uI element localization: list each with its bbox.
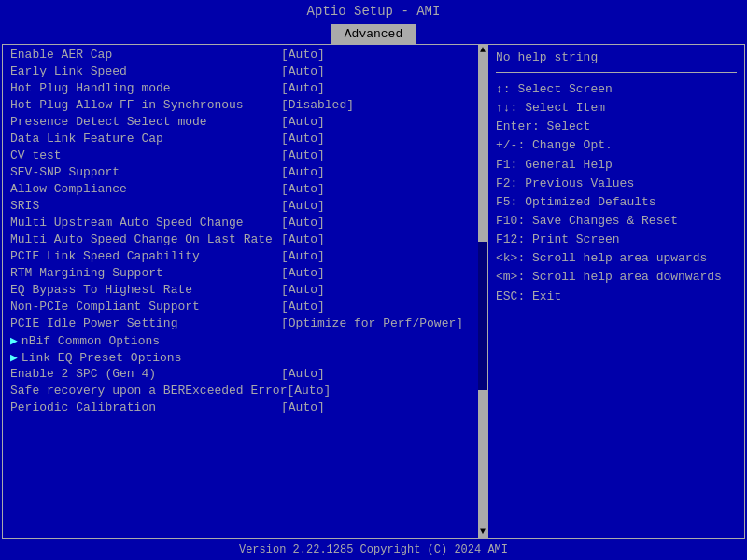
menu-label: Hot Plug Allow FF in Synchronous [10,98,281,112]
menu-label: RTM Margining Support [10,266,281,280]
menu-label: Hot Plug Handling mode [10,81,281,95]
menu-label: Multi Upstream Auto Speed Change [10,216,281,230]
nav-help-item: <k>: Scroll help area upwards [496,249,737,268]
menu-value: [Auto] [281,48,325,62]
right-panel: No help string ↕: Select Screen↑↓: Selec… [488,45,744,538]
submenu-arrow: ▶ [10,350,18,365]
menu-label: Enable 2 SPC (Gen 4) [10,367,281,381]
menu-row[interactable]: ▶nBif Common Options [3,332,478,349]
menu-label: Data Link Feature Cap [10,132,281,146]
menu-row[interactable]: ▶Link EQ Preset Options [3,349,478,366]
menu-row[interactable]: Hot Plug Handling mode[Auto] [3,80,478,97]
nav-help-item: ↑↓: Select Item [496,99,737,118]
menu-label: Safe recovery upon a BERExceeded Error [10,384,287,398]
menu-row[interactable]: Data Link Feature Cap[Auto] [3,131,478,147]
left-panel: Enable AER Cap[Auto]Early Link Speed[Aut… [3,45,488,538]
nav-help-item: Enter: Select [496,118,737,136]
menu-value: [Auto] [281,266,325,280]
menu-label: Enable AER Cap [10,48,281,62]
menu-value: [Auto] [281,81,325,95]
menu-label: Allow Compliance [10,182,281,196]
menu-row[interactable]: PCIE Link Speed Capability[Auto] [3,248,478,265]
menu-label: SEV-SNP Support [10,165,281,179]
title-bar: Aptio Setup - AMI [0,0,747,22]
menu-value: [Disabled] [281,98,354,112]
nav-help-item: <m>: Scroll help area downwards [496,268,737,287]
menu-value: [Auto] [281,182,325,196]
help-divider [496,72,737,73]
menu-row[interactable]: EQ Bypass To Highest Rate[Auto] [3,282,478,299]
menu-row[interactable]: SRIS[Auto] [3,198,478,215]
nav-help: ↕: Select Screen↑↓: Select ItemEnter: Se… [496,80,737,306]
menu-label: Non-PCIe Compliant Support [10,300,281,314]
menu-value: [Optimize for Perf/Power] [281,316,463,330]
submenu-arrow: ▶ [10,333,18,348]
main-content: Enable AER Cap[Auto]Early Link Speed[Aut… [2,44,745,539]
nav-help-item: F12: Print Screen [496,231,737,249]
menu-label: Multi Auto Speed Change On Last Rate [10,232,281,246]
menu-row[interactable]: Periodic Calibration[Auto] [3,399,478,416]
menu-label: nBif Common Options [21,334,292,348]
menu-row[interactable]: Hot Plug Allow FF in Synchronous[Disable… [3,97,478,114]
menu-value: [Auto] [281,283,325,297]
menu-value: [Auto] [287,384,331,398]
menu-row[interactable]: RTM Margining Support[Auto] [3,265,478,282]
menu-label: Presence Detect Select mode [10,115,281,129]
nav-help-item: F5: Optimized Defaults [496,193,737,212]
menu-row[interactable]: Allow Compliance[Auto] [3,181,478,198]
menu-row[interactable]: Enable 2 SPC (Gen 4)[Auto] [3,366,478,383]
app: Aptio Setup - AMI Advanced Enable AER Ca… [0,0,747,560]
menu-value: [Auto] [281,165,325,179]
menu-row[interactable]: Safe recovery upon a BERExceeded Error[A… [3,383,478,399]
menu-label: SRIS [10,199,281,213]
menu-value: [Auto] [281,199,325,213]
menu-row[interactable]: Multi Auto Speed Change On Last Rate[Aut… [3,231,478,248]
app-title: Aptio Setup - AMI [307,4,441,19]
menu-label: Early Link Speed [10,64,281,78]
menu-value: [Auto] [281,232,325,246]
nav-help-item: F2: Previous Values [496,175,737,193]
nav-help-item: ESC: Exit [496,287,737,306]
menu-value: [Auto] [281,64,325,78]
menu-value: [Auto] [281,400,325,414]
menu-panel: Enable AER Cap[Auto]Early Link Speed[Aut… [3,45,487,538]
menu-value: [Auto] [281,148,325,162]
menu-value: [Auto] [281,216,325,230]
nav-help-item: F1: General Help [496,156,737,175]
scroll-thumb [478,242,487,389]
menu-label: PCIE Idle Power Setting [10,316,281,330]
menu-row[interactable]: SEV-SNP Support[Auto] [3,164,478,181]
nav-help-item: +/-: Change Opt. [496,136,737,155]
nav-help-item: F10: Save Changes & Reset [496,212,737,231]
menu-value: [Auto] [281,132,325,146]
menu-label: Link EQ Preset Options [21,351,292,365]
scroll-up-arrow[interactable]: ▲ [478,45,487,56]
menu-value: [Auto] [281,249,325,263]
menu-value: [Auto] [281,367,325,381]
nav-help-item: ↕: Select Screen [496,80,737,99]
scrollbar[interactable]: ▲ ▼ [478,45,487,538]
menu-items-list: Enable AER Cap[Auto]Early Link Speed[Aut… [3,45,478,538]
menu-row[interactable]: Presence Detect Select mode[Auto] [3,114,478,131]
scroll-down-arrow[interactable]: ▼ [478,526,487,538]
menu-label: PCIE Link Speed Capability [10,249,281,263]
menu-row[interactable]: Enable AER Cap[Auto] [3,47,478,63]
help-text: No help string [496,50,737,64]
menu-label: EQ Bypass To Highest Rate [10,283,281,297]
menu-label: Periodic Calibration [10,400,281,414]
menu-row[interactable]: Non-PCIe Compliant Support[Auto] [3,299,478,315]
footer-text: Version 2.22.1285 Copyright (C) 2024 AMI [239,543,508,556]
footer: Version 2.22.1285 Copyright (C) 2024 AMI [0,539,747,560]
menu-row[interactable]: PCIE Idle Power Setting[Optimize for Per… [3,315,478,332]
menu-label: CV test [10,148,281,162]
menu-row[interactable]: CV test[Auto] [3,147,478,164]
tab-advanced[interactable]: Advanced [331,24,416,44]
menu-row[interactable]: Early Link Speed[Auto] [3,63,478,80]
tab-bar: Advanced [0,22,747,44]
menu-row[interactable]: Multi Upstream Auto Speed Change[Auto] [3,215,478,231]
menu-value: [Auto] [281,300,325,314]
menu-value: [Auto] [281,115,325,129]
